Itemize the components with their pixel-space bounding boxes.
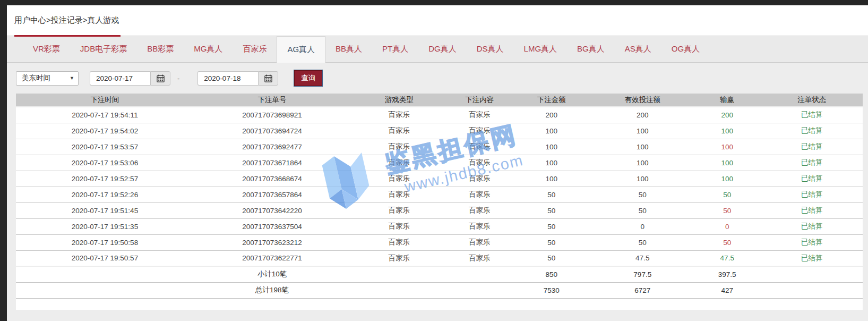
search-button[interactable]: 查询 [294, 70, 322, 86]
calendar-icon[interactable] [258, 71, 278, 86]
tab-bb-lottery[interactable]: BB彩票 [137, 36, 184, 62]
cell-status: 已结算 [761, 234, 863, 250]
col-bet-amount: 下注金额 [511, 94, 592, 107]
cell-win-loss: 47.5 [693, 250, 761, 266]
cell-win-loss: 50 [693, 187, 761, 202]
cell-order-no: 200717073622771 [194, 250, 350, 266]
timezone-select[interactable]: 美东时间 ▼ [16, 71, 79, 86]
tab-as-live[interactable]: AS真人 [615, 36, 661, 62]
date-to-input[interactable]: 2020-07-18 [197, 71, 258, 86]
calendar-icon[interactable] [150, 71, 170, 86]
col-order-no: 下注单号 [194, 94, 350, 107]
cell-win-loss: 100 [693, 139, 761, 155]
cell-order-no: 200717073623212 [194, 234, 350, 250]
cell-win-loss: 0 [693, 218, 761, 234]
col-game-type: 游戏类型 [350, 94, 448, 107]
table-row: 2020-07-17 19:51:45200717073642220百家乐百家乐… [16, 202, 863, 218]
cell-win-loss: 100 [693, 171, 761, 187]
cell-valid-amount: 100 [592, 139, 693, 155]
cell-win-loss: 100 [693, 123, 761, 139]
cell-bet-amount: 50 [511, 187, 592, 202]
total-label: 总计198笔 [194, 282, 350, 298]
tab-lmg-live[interactable]: LMG真人 [514, 36, 568, 62]
table-row: 2020-07-17 19:54:02200717073694724百家乐百家乐… [16, 123, 863, 139]
cell-valid-amount: 50 [592, 234, 693, 250]
cell-valid-amount: 100 [592, 155, 693, 171]
cell-order-no: 200717073668674 [194, 171, 350, 187]
table-row: 2020-07-17 19:53:06200717073671864百家乐百家乐… [16, 155, 863, 171]
cell-status: 已结算 [761, 187, 863, 202]
cell-status: 已结算 [761, 139, 863, 155]
chevron-down-icon: ▼ [70, 75, 74, 81]
tab-ds-live[interactable]: DS真人 [467, 36, 514, 62]
cell-bet-amount: 100 [511, 139, 592, 155]
cell-bet-content: 百家乐 [448, 202, 511, 218]
cell-bet-time: 2020-07-17 19:53:57 [16, 139, 194, 155]
total-row: 总计198笔 7530 6727 427 [16, 282, 863, 298]
cell-bet-content: 百家乐 [448, 107, 511, 123]
tab-baccarat[interactable]: 百家乐 [233, 36, 277, 62]
table-row: 2020-07-17 19:53:57200717073692477百家乐百家乐… [16, 139, 863, 155]
cell-status: 已结算 [761, 171, 863, 187]
cell-win-loss: 100 [693, 155, 761, 171]
filter-bar: 美东时间 ▼ 2020-07-17 - 2020-07-18 查询 [7, 63, 868, 94]
breadcrumb: 用户中心>投注记录>真人游戏 [7, 5, 868, 35]
cell-order-no: 200717073637504 [194, 218, 350, 234]
cell-order-no: 200717073657864 [194, 187, 350, 202]
main-content: 用户中心>投注记录>真人游戏 VR彩票 JDB电子彩票 BB彩票 MG真人 百家… [7, 5, 868, 321]
cell-bet-amount: 100 [511, 171, 592, 187]
tab-bb-live[interactable]: BB真人 [325, 36, 372, 62]
cell-win-loss: 200 [693, 107, 761, 123]
table-body: 2020-07-17 19:54:11200717073698921百家乐百家乐… [16, 107, 863, 266]
date-range-separator: - [177, 74, 179, 82]
cell-bet-content: 百家乐 [448, 187, 511, 202]
cell-bet-content: 百家乐 [448, 155, 511, 171]
cell-bet-amount: 50 [511, 218, 592, 234]
tab-og-live[interactable]: OG真人 [661, 36, 710, 62]
cell-game-type: 百家乐 [350, 123, 448, 139]
records-table: 下注时间 下注单号 游戏类型 下注内容 下注金额 有效投注额 输赢 注单状态 2… [16, 94, 863, 299]
table-row: 2020-07-17 19:52:57200717073668674百家乐百家乐… [16, 171, 863, 187]
tab-pt-live[interactable]: PT真人 [372, 36, 418, 62]
cell-game-type: 百家乐 [350, 218, 448, 234]
cell-bet-time: 2020-07-17 19:54:02 [16, 123, 194, 139]
cell-bet-time: 2020-07-17 19:51:35 [16, 218, 194, 234]
cell-game-type: 百家乐 [350, 107, 448, 123]
cell-bet-amount: 50 [511, 234, 592, 250]
cell-game-type: 百家乐 [350, 139, 448, 155]
cell-bet-amount: 50 [511, 250, 592, 266]
table-summary: 小计10笔 850 797.5 397.5 总计198笔 7530 6727 4… [16, 266, 863, 298]
cell-status: 已结算 [761, 218, 863, 234]
total-valid: 6727 [592, 282, 693, 298]
cell-status: 已结算 [761, 155, 863, 171]
cell-order-no: 200717073671864 [194, 155, 350, 171]
tab-jdb-lottery[interactable]: JDB电子彩票 [70, 36, 137, 62]
cell-valid-amount: 100 [592, 171, 693, 187]
tab-mg-live[interactable]: MG真人 [184, 36, 233, 62]
cell-bet-time: 2020-07-17 19:50:57 [16, 250, 194, 266]
cell-order-no: 200717073692477 [194, 139, 350, 155]
date-from-input[interactable]: 2020-07-17 [90, 71, 150, 86]
cell-bet-content: 百家乐 [448, 123, 511, 139]
cell-status: 已结算 [761, 250, 863, 266]
cell-bet-content: 百家乐 [448, 218, 511, 234]
cell-bet-time: 2020-07-17 19:50:58 [16, 234, 194, 250]
cell-game-type: 百家乐 [350, 187, 448, 202]
tab-dg-live[interactable]: DG真人 [418, 36, 467, 62]
cell-bet-time: 2020-07-17 19:53:06 [16, 155, 194, 171]
col-bet-content: 下注内容 [448, 94, 511, 107]
cell-win-loss: 50 [693, 234, 761, 250]
table-footer-pad [16, 299, 863, 310]
top-window-bar [0, 0, 868, 5]
cell-bet-time: 2020-07-17 19:52:57 [16, 171, 194, 187]
records-table-wrap: 下注时间 下注单号 游戏类型 下注内容 下注金额 有效投注额 输赢 注单状态 2… [16, 94, 863, 299]
cell-bet-amount: 100 [511, 155, 592, 171]
cell-bet-amount: 100 [511, 123, 592, 139]
tab-bg-live[interactable]: BG真人 [567, 36, 615, 62]
total-win: 427 [693, 282, 761, 298]
cell-order-no: 200717073694724 [194, 123, 350, 139]
cell-bet-content: 百家乐 [448, 250, 511, 266]
tab-vr-lottery[interactable]: VR彩票 [23, 36, 70, 62]
cell-valid-amount: 50 [592, 187, 693, 202]
tab-ag-live[interactable]: AG真人 [277, 36, 325, 63]
